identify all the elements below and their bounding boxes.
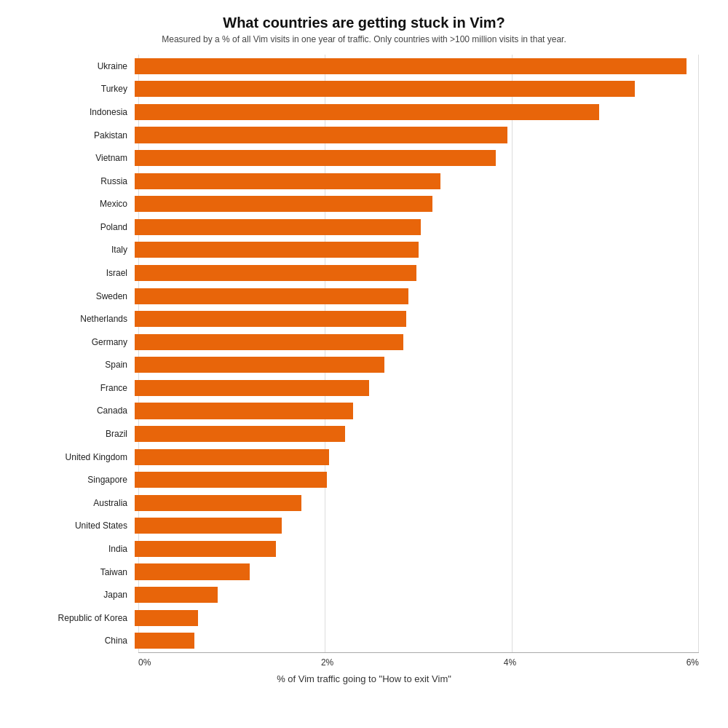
bar-track <box>135 334 706 350</box>
bar-row: Turkey <box>22 78 706 101</box>
bar-fill <box>135 610 198 626</box>
bar-row: Poland <box>22 215 706 239</box>
bar-fill <box>135 81 635 97</box>
chart-container: What countries are getting stuck in Vim?… <box>0 0 728 728</box>
bar-track <box>135 173 706 189</box>
bar-label: Japan <box>22 590 135 600</box>
bar-fill <box>135 541 276 557</box>
bar-label: Germany <box>22 337 135 347</box>
chart-title: What countries are getting stuck in Vim? <box>22 15 706 31</box>
grid-and-bars: UkraineTurkeyIndonesiaPakistanVietnamRus… <box>22 55 706 652</box>
bar-track <box>135 472 706 488</box>
bar-row: United Kingdom <box>22 446 706 469</box>
bar-track <box>135 610 706 626</box>
bar-track <box>135 127 706 143</box>
bar-track <box>135 380 706 396</box>
bar-label: Poland <box>22 222 135 232</box>
bar-track <box>135 541 706 557</box>
bar-row: Taiwan <box>22 561 706 584</box>
bar-row: United States <box>22 515 706 538</box>
bar-track <box>135 357 706 373</box>
chart-subtitle: Measured by a % of all Vim visits in one… <box>22 34 706 44</box>
bar-row: Canada <box>22 400 706 423</box>
bar-track <box>135 518 706 534</box>
bar-fill <box>135 633 194 649</box>
bar-fill <box>135 449 329 465</box>
bar-track <box>135 219 706 235</box>
bar-track <box>135 242 706 258</box>
bar-fill <box>135 357 384 373</box>
bar-row: Brazil <box>22 422 706 446</box>
x-tick: 6% <box>687 657 699 668</box>
bar-label: China <box>22 636 135 646</box>
bar-track <box>135 104 706 120</box>
x-axis-label: % of Vim traffic going to "How to exit V… <box>22 673 706 684</box>
bar-fill <box>135 265 416 281</box>
bar-fill <box>135 242 419 258</box>
x-axis: 0%2%4%6% <box>138 652 699 668</box>
bar-row: India <box>22 537 706 561</box>
bar-row: Singapore <box>22 468 706 491</box>
bar-fill <box>135 495 301 511</box>
bar-row: France <box>22 376 706 400</box>
bar-label: Republic of Korea <box>22 613 135 623</box>
bar-fill <box>135 104 599 120</box>
bar-label: Ukraine <box>22 61 135 71</box>
bar-track <box>135 403 706 419</box>
bar-rows: UkraineTurkeyIndonesiaPakistanVietnamRus… <box>22 55 706 652</box>
bar-fill <box>135 219 421 235</box>
bar-label: Italy <box>22 245 135 255</box>
bar-track <box>135 288 706 304</box>
bar-row: Russia <box>22 170 706 193</box>
bar-label: Vietnam <box>22 153 135 163</box>
bar-row: Vietnam <box>22 146 706 170</box>
bar-track <box>135 426 706 442</box>
chart-area: UkraineTurkeyIndonesiaPakistanVietnamRus… <box>22 55 706 684</box>
bar-label: Russia <box>22 176 135 186</box>
bar-row: Indonesia <box>22 100 706 124</box>
bar-track <box>135 587 706 603</box>
bar-fill <box>135 587 218 603</box>
bar-fill <box>135 472 327 488</box>
bar-label: Indonesia <box>22 107 135 117</box>
bar-fill <box>135 288 408 304</box>
bar-row: Israel <box>22 261 706 285</box>
bar-track <box>135 265 706 281</box>
bar-fill <box>135 563 250 579</box>
bar-track <box>135 311 706 327</box>
bar-row: Spain <box>22 354 706 377</box>
bar-fill <box>135 150 496 166</box>
bar-fill <box>135 403 353 419</box>
bar-label: Brazil <box>22 429 135 439</box>
bar-label: India <box>22 544 135 554</box>
bar-row: China <box>22 629 706 652</box>
bar-fill <box>135 127 507 143</box>
x-tick: 2% <box>321 657 333 668</box>
bar-track <box>135 495 706 511</box>
bar-fill <box>135 196 432 212</box>
bar-label: United Kingdom <box>22 452 135 462</box>
bar-row: Republic of Korea <box>22 606 706 630</box>
bar-row: Australia <box>22 491 706 515</box>
bar-fill <box>135 380 369 396</box>
bar-label: France <box>22 383 135 393</box>
bar-label: Netherlands <box>22 314 135 324</box>
bar-label: United States <box>22 521 135 531</box>
bar-fill <box>135 58 687 74</box>
bar-track <box>135 150 706 166</box>
bar-label: Mexico <box>22 199 135 209</box>
bar-fill <box>135 173 440 189</box>
x-tick: 4% <box>504 657 516 668</box>
x-tick: 0% <box>138 657 151 668</box>
bar-track <box>135 196 706 212</box>
bar-fill <box>135 334 403 350</box>
bar-label: Australia <box>22 498 135 508</box>
bar-fill <box>135 426 345 442</box>
bar-label: Taiwan <box>22 567 135 577</box>
bar-row: Germany <box>22 331 706 354</box>
bar-row: Pakistan <box>22 124 706 147</box>
bar-label: Sweden <box>22 291 135 301</box>
bar-track <box>135 563 706 579</box>
bar-row: Ukraine <box>22 55 706 78</box>
bar-track <box>135 449 706 465</box>
